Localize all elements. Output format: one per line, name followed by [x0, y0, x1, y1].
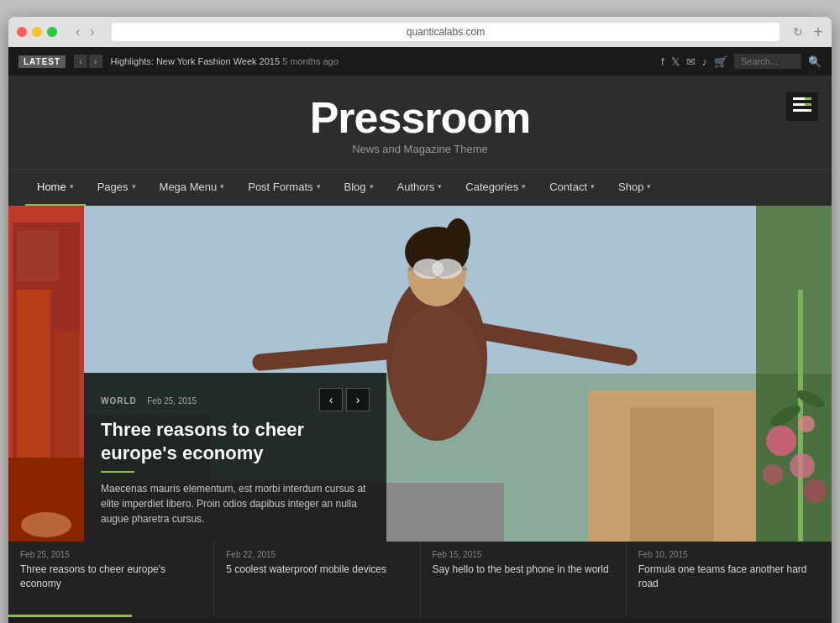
thumbnail-strip: Feb 25, 2015 Three reasons to cheer euro… — [8, 542, 832, 617]
bottom-hints: Latest Posts Popular Posts — [8, 617, 832, 623]
back-button[interactable]: ‹ — [72, 24, 83, 39]
svg-line-24 — [462, 269, 467, 270]
nav-blog-arrow: ▾ — [370, 182, 374, 191]
thumb-title-2: Say hello to the best phone in the world — [433, 563, 614, 577]
svg-point-10 — [21, 512, 71, 537]
nav-megamenu[interactable]: Mega Menu ▾ — [148, 170, 237, 207]
reload-button[interactable]: ↻ — [793, 25, 803, 39]
hero-title: Three reasons to cheer europe's economy — [101, 418, 370, 466]
nav-pages[interactable]: Pages ▾ — [86, 170, 148, 207]
nav-authors[interactable]: Authors ▾ — [386, 170, 454, 207]
thumb-date-2: Feb 15, 2015 — [433, 550, 614, 559]
svg-point-31 — [766, 426, 796, 456]
thumb-title-0: Three reasons to cheer europe's economy — [20, 563, 202, 591]
latest-label: LATEST — [18, 55, 66, 68]
twitter-icon[interactable]: 𝕏 — [671, 55, 680, 68]
url-text: quanticalabs.com — [407, 26, 485, 38]
svg-point-22 — [432, 259, 462, 279]
nav-contact[interactable]: Contact ▾ — [538, 170, 606, 207]
ticker-text: Highlights: New York Fashion Week 2015 5… — [111, 56, 653, 66]
browser-titlebar: ‹ › quanticalabs.com ↻ + — [8, 17, 832, 47]
close-button[interactable] — [17, 27, 27, 37]
hero-date: Feb 25, 2015 — [147, 396, 197, 406]
browser-window: ‹ › quanticalabs.com ↻ + LATEST ‹ › High… — [8, 17, 832, 623]
maximize-button[interactable] — [47, 27, 57, 37]
nav-categories-arrow: ▾ — [522, 182, 526, 191]
minimize-button[interactable] — [32, 27, 42, 37]
svg-point-20 — [445, 218, 470, 260]
svg-rect-15 — [630, 407, 714, 542]
hero-title-underline — [101, 471, 134, 473]
traffic-lights — [17, 27, 57, 37]
music-icon[interactable]: ♪ — [702, 55, 708, 68]
hero-overlay: WORLD Feb 25, 2015 ‹ › Three reasons to … — [84, 373, 386, 542]
email-icon[interactable]: ✉ — [686, 55, 696, 68]
nav-megamenu-arrow: ▾ — [220, 182, 224, 191]
site-wrapper: LATEST ‹ › Highlights: New York Fashion … — [8, 47, 832, 623]
svg-line-23 — [408, 269, 413, 270]
address-bar[interactable]: quanticalabs.com — [112, 23, 780, 41]
hint-popular[interactable]: Popular Posts — [420, 617, 832, 623]
nav-shop-arrow: ▾ — [647, 182, 651, 191]
hero-right-thumb — [756, 206, 832, 542]
ticker-prev[interactable]: ‹ — [74, 55, 87, 68]
hero-prev-button[interactable]: ‹ — [319, 388, 343, 411]
nav-postformats[interactable]: Post Formats ▾ — [236, 170, 332, 207]
hero-controls: ‹ › — [319, 388, 370, 411]
nav-authors-arrow: ▾ — [438, 182, 442, 191]
svg-point-35 — [803, 479, 827, 503]
nav-postformats-arrow: ▾ — [317, 182, 321, 191]
nav-categories[interactable]: Categories ▾ — [454, 170, 538, 207]
svg-rect-29 — [756, 206, 832, 374]
svg-rect-4 — [805, 103, 811, 106]
svg-rect-3 — [805, 97, 811, 100]
forward-button[interactable]: › — [87, 24, 97, 39]
hint-latest[interactable]: Latest Posts — [8, 617, 420, 623]
site-tagline: News and Magazine Theme — [8, 143, 832, 155]
thumb-item-3[interactable]: Feb 10, 2015 Formula one teams face anot… — [627, 542, 832, 617]
thumb-date-0: Feb 25, 2015 — [20, 550, 202, 559]
nav-contact-arrow: ▾ — [591, 182, 595, 191]
menu-icon[interactable] — [786, 92, 818, 121]
svg-point-33 — [763, 464, 783, 484]
svg-rect-30 — [798, 290, 803, 542]
svg-point-32 — [790, 453, 815, 479]
hero-next-button[interactable]: › — [346, 388, 370, 411]
browser-nav: ‹ › — [72, 24, 98, 39]
svg-point-27 — [391, 306, 483, 441]
thumb-active-bar — [8, 615, 132, 617]
social-icons: f 𝕏 ✉ ♪ 🛒 🔍 — [661, 54, 822, 69]
nav-blog[interactable]: Blog ▾ — [333, 170, 386, 207]
thumb-item-0[interactable]: Feb 25, 2015 Three reasons to cheer euro… — [8, 542, 214, 617]
thumb-item-1[interactable]: Feb 22, 2015 5 coolest waterproof mobile… — [214, 542, 420, 617]
search-button[interactable]: 🔍 — [808, 55, 822, 68]
hero-main: WORLD Feb 25, 2015 ‹ › Three reasons to … — [84, 206, 756, 542]
nav-home-arrow: ▾ — [70, 182, 74, 191]
hero-excerpt: Maecenas mauris elementum, est morbi int… — [101, 481, 370, 526]
nav-home[interactable]: Home ▾ — [25, 170, 86, 207]
hero-section: WORLD Feb 25, 2015 ‹ › Three reasons to … — [8, 206, 832, 542]
hero-left-thumb — [8, 206, 84, 542]
thumb-date-3: Feb 10, 2015 — [638, 550, 820, 559]
svg-rect-9 — [55, 332, 80, 458]
svg-rect-2 — [793, 109, 811, 112]
thumb-date-1: Feb 22, 2015 — [226, 550, 407, 559]
ticker-time: 5 months ago — [282, 56, 339, 66]
nav-pages-arrow: ▾ — [132, 182, 136, 191]
nav-shop[interactable]: Shop ▾ — [606, 170, 663, 207]
top-bar: LATEST ‹ › Highlights: New York Fashion … — [8, 47, 832, 76]
hero-category: WORLD — [101, 396, 137, 406]
thumb-title-1: 5 coolest waterproof mobile devices — [226, 563, 407, 577]
main-nav: Home ▾ Pages ▾ Mega Menu ▾ Post Formats … — [8, 169, 832, 206]
thumb-title-3: Formula one teams face another hard road — [638, 563, 820, 591]
new-tab-button[interactable]: + — [813, 23, 823, 42]
site-header: Pressroom News and Magazine Theme — [8, 76, 832, 169]
cart-icon[interactable]: 🛒 — [714, 55, 727, 68]
thumb-item-2[interactable]: Feb 15, 2015 Say hello to the best phone… — [421, 542, 627, 617]
ticker-next[interactable]: › — [89, 55, 102, 68]
site-title: Pressroom — [8, 96, 832, 139]
facebook-icon[interactable]: f — [661, 55, 664, 68]
svg-rect-8 — [17, 290, 50, 458]
svg-point-34 — [798, 416, 815, 432]
search-input[interactable] — [734, 54, 801, 69]
